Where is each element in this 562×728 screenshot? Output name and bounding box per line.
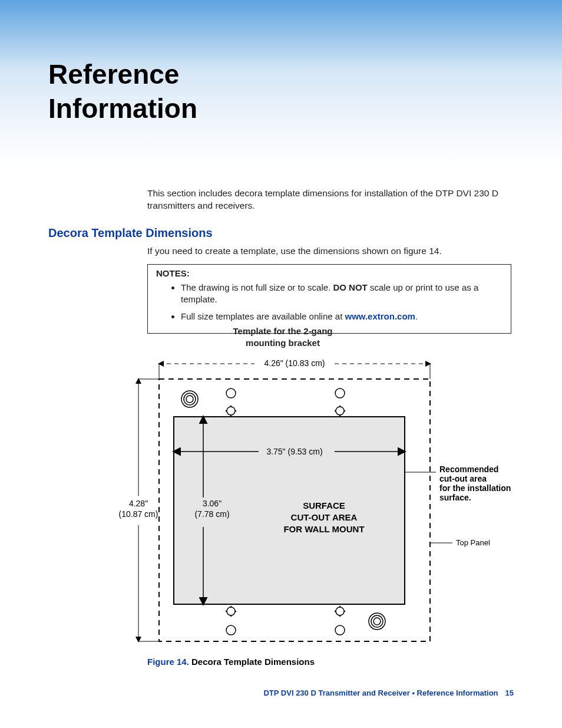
notes-item-1-pre: The drawing is not full size or to scale… bbox=[181, 282, 333, 292]
dim-width-outer: 4.26" (10.83 cm) bbox=[159, 358, 430, 379]
svg-text:Top Panel: Top Panel bbox=[456, 538, 490, 547]
svg-point-32 bbox=[339, 606, 340, 607]
svg-point-30 bbox=[235, 611, 236, 612]
svg-point-40 bbox=[371, 615, 383, 627]
svg-text:(10.87 cm): (10.87 cm) bbox=[119, 509, 158, 519]
notes-item-2-post: . bbox=[415, 311, 418, 321]
callout-top-panel: Top Panel bbox=[430, 538, 490, 547]
notes-box: NOTES: The drawing is not full size or t… bbox=[147, 264, 511, 334]
svg-point-18 bbox=[230, 415, 232, 416]
bead-icon bbox=[226, 406, 236, 416]
svg-point-33 bbox=[339, 615, 340, 617]
svg-text:3.06": 3.06" bbox=[203, 499, 222, 508]
svg-point-37 bbox=[184, 393, 196, 405]
section-intro: If you need to create a template, use th… bbox=[147, 245, 507, 258]
svg-point-29 bbox=[226, 611, 227, 612]
intro-paragraph: This section includes decora template di… bbox=[147, 187, 507, 212]
hole-icon bbox=[226, 625, 236, 635]
svg-text:CUT-OUT AREA: CUT-OUT AREA bbox=[291, 512, 358, 522]
svg-text:Recommended: Recommended bbox=[439, 465, 498, 474]
figure: Template for the 2-gang mounting bracket bbox=[106, 325, 518, 657]
svg-point-41 bbox=[373, 618, 381, 625]
footer-text: DTP DVI 230 D Transmitter and Receiver •… bbox=[263, 689, 498, 697]
dim-height-outer: 4.28" (10.87 cm) bbox=[119, 379, 159, 641]
hole-icon bbox=[335, 388, 345, 398]
svg-text:cut-out area: cut-out area bbox=[439, 474, 487, 483]
svg-point-26 bbox=[227, 607, 235, 615]
svg-point-19 bbox=[226, 410, 227, 411]
svg-point-28 bbox=[230, 615, 232, 617]
figure-title: Template for the 2-gang mounting bracket bbox=[153, 325, 412, 348]
concentric-icon bbox=[369, 613, 385, 630]
notes-item-2: Full size templates are available online… bbox=[181, 311, 503, 322]
figure-caption-text: Decora Template Dimensions bbox=[189, 657, 315, 667]
concentric-icon bbox=[181, 391, 198, 407]
notes-item-1: The drawing is not full size or to scale… bbox=[181, 282, 503, 306]
page-title: Reference Information bbox=[48, 58, 197, 126]
svg-text:(7.78 cm): (7.78 cm) bbox=[194, 509, 229, 519]
hole-icon bbox=[226, 388, 236, 398]
bead-icon bbox=[226, 606, 236, 617]
svg-point-25 bbox=[344, 410, 345, 411]
svg-point-38 bbox=[186, 396, 193, 403]
svg-point-21 bbox=[336, 407, 344, 415]
footer-page-number: 15 bbox=[505, 689, 514, 697]
svg-point-27 bbox=[230, 606, 232, 607]
title-line1: Reference bbox=[48, 59, 179, 90]
notes-list: The drawing is not full size or to scale… bbox=[156, 282, 503, 322]
title-line2: Information bbox=[48, 93, 197, 124]
notes-item-2-pre: Full size templates are available online… bbox=[181, 311, 345, 321]
svg-text:surface.: surface. bbox=[439, 493, 471, 502]
bead-icon bbox=[335, 406, 345, 416]
callout-recommended: Recommended cut-out area for the install… bbox=[405, 465, 511, 502]
svg-point-24 bbox=[335, 410, 336, 411]
notes-item-2-link[interactable]: www.extron.com bbox=[345, 311, 415, 321]
hole-icon bbox=[335, 625, 345, 635]
figure-svg: 4.26" (10.83 cm) 4.28" (10.87 cm) 3.75" … bbox=[106, 354, 518, 657]
dim-width-inner-text: 3.75" (9.53 cm) bbox=[266, 447, 322, 456]
svg-text:SURFACE: SURFACE bbox=[303, 500, 345, 510]
svg-point-16 bbox=[227, 407, 235, 415]
notes-label: NOTES: bbox=[156, 268, 503, 278]
notes-item-1-bold: DO NOT bbox=[333, 282, 367, 292]
figure-title-line2: mounting bracket bbox=[246, 338, 320, 348]
svg-point-22 bbox=[339, 406, 340, 407]
svg-point-17 bbox=[230, 406, 232, 407]
svg-point-23 bbox=[339, 415, 340, 416]
svg-text:FOR WALL MOUNT: FOR WALL MOUNT bbox=[283, 524, 364, 534]
svg-point-31 bbox=[336, 607, 344, 615]
dim-width-outer-text: 4.26" (10.83 cm) bbox=[264, 358, 325, 368]
figure-caption-label: Figure 14. bbox=[147, 657, 189, 667]
figure-title-line1: Template for the 2-gang bbox=[233, 326, 333, 336]
svg-text:for  the installation: for the installation bbox=[439, 483, 511, 493]
svg-text:4.28": 4.28" bbox=[129, 499, 148, 508]
svg-point-34 bbox=[335, 611, 336, 612]
svg-point-20 bbox=[235, 410, 236, 411]
svg-point-35 bbox=[344, 611, 345, 612]
page-footer: DTP DVI 230 D Transmitter and Receiver •… bbox=[263, 689, 514, 697]
figure-caption: Figure 14. Decora Template Dimensions bbox=[147, 657, 315, 667]
bead-icon bbox=[335, 606, 345, 617]
section-heading: Decora Template Dimensions bbox=[48, 226, 213, 240]
